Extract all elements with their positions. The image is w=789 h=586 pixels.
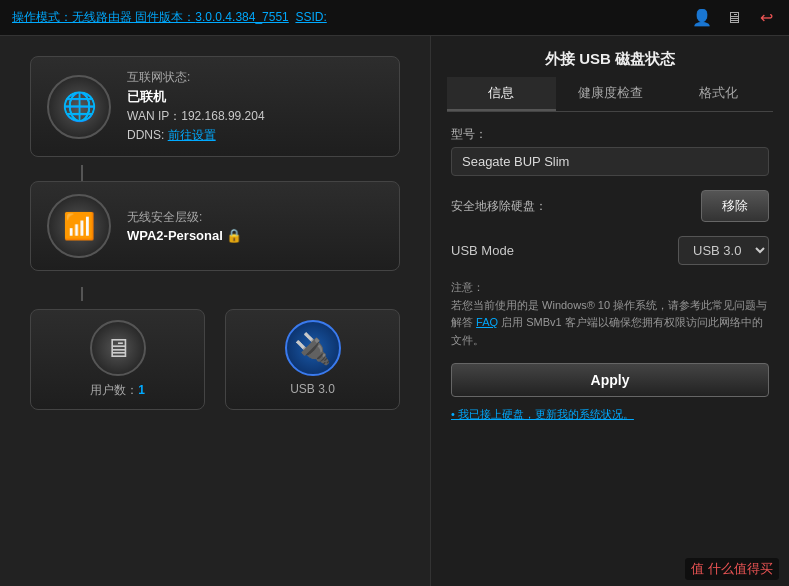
tab-format[interactable]: 格式化 <box>664 77 773 111</box>
eject-label: 安全地移除硬盘： <box>451 198 547 215</box>
note-label: 注意： <box>451 281 484 293</box>
ddns: DDNS: 前往设置 <box>127 127 383 144</box>
eject-row: 安全地移除硬盘： 移除 <box>451 190 769 222</box>
usb-icon: 🔌 <box>285 320 341 376</box>
usb-mode-label: USB Mode <box>451 243 514 258</box>
mode-label: 操作模式：无线路由器 固件版本： <box>12 10 195 24</box>
wifi-icon: 📶 <box>47 194 111 258</box>
right-panel: 外接 USB 磁盘状态 信息 健康度检查 格式化 型号： Seagate BUP… <box>430 36 789 586</box>
refresh-text: • 我已接上硬盘，更新我的系统状况。 <box>451 407 769 422</box>
usb-node: 🔌 USB 3.0 <box>225 309 400 410</box>
wifi-label: 无线安全层级: <box>127 209 383 226</box>
left-panel: 🌐 互联网状态: 已联机 WAN IP：192.168.99.204 DDNS:… <box>0 36 430 586</box>
model-value: Seagate BUP Slim <box>451 147 769 176</box>
model-label: 型号： <box>451 126 769 143</box>
tab-info[interactable]: 信息 <box>447 77 556 111</box>
top-bar-title: 操作模式：无线路由器 固件版本：3.0.0.4.384_7551 SSID: <box>12 9 691 26</box>
note-text: 注意： 若您当前使用的是 Windows® 10 操作系统，请参考此常见问题与解… <box>451 279 769 349</box>
wifi-info: 无线安全层级: WPA2-Personal 🔒 <box>127 209 383 243</box>
eject-button[interactable]: 移除 <box>701 190 769 222</box>
panel-content: 型号： Seagate BUP Slim 安全地移除硬盘： 移除 USB Mod… <box>431 112 789 586</box>
usb-label: USB 3.0 <box>290 382 335 396</box>
monitor-icon[interactable]: 🖥 <box>723 7 745 29</box>
top-bar: 操作模式：无线路由器 固件版本：3.0.0.4.384_7551 SSID: 👤… <box>0 0 789 36</box>
model-field-group: 型号： Seagate BUP Slim <box>451 126 769 176</box>
internet-node: 🌐 互联网状态: 已联机 WAN IP：192.168.99.204 DDNS:… <box>30 56 400 157</box>
connector-2 <box>81 287 83 301</box>
watermark: 值 什么值得买 <box>685 558 779 580</box>
usb-mode-select[interactable]: USB 3.0 USB 2.0 <box>678 236 769 265</box>
users-label: 用户数：1 <box>90 382 145 399</box>
tabs: 信息 健康度检查 格式化 <box>447 77 773 112</box>
computer-icon: 🖥 <box>90 320 146 376</box>
faq-link[interactable]: FAQ <box>476 316 498 328</box>
ddns-link[interactable]: 前往设置 <box>168 128 216 142</box>
top-bar-icons: 👤 🖥 ↩ <box>691 7 777 29</box>
panel-title: 外接 USB 磁盘状态 <box>431 36 789 77</box>
wifi-node: 📶 无线安全层级: WPA2-Personal 🔒 <box>30 181 400 271</box>
wifi-security: WPA2-Personal 🔒 <box>127 228 383 243</box>
internet-info: 互联网状态: 已联机 WAN IP：192.168.99.204 DDNS: 前… <box>127 69 383 144</box>
user-icon[interactable]: 👤 <box>691 7 713 29</box>
internet-label: 互联网状态: <box>127 69 383 86</box>
main-content: 🌐 互联网状态: 已联机 WAN IP：192.168.99.204 DDNS:… <box>0 36 789 586</box>
tab-health[interactable]: 健康度检查 <box>556 77 665 111</box>
ssid-label: SSID: <box>295 10 326 24</box>
firmware-version: 3.0.0.4.384_7551 <box>195 10 288 24</box>
users-node: 🖥 用户数：1 <box>30 309 205 410</box>
logout-icon[interactable]: ↩ <box>755 7 777 29</box>
usb-mode-row: USB Mode USB 3.0 USB 2.0 <box>451 236 769 265</box>
bottom-nodes: 🖥 用户数：1 🔌 USB 3.0 <box>30 309 400 410</box>
internet-icon: 🌐 <box>47 75 111 139</box>
wan-ip: WAN IP：192.168.99.204 <box>127 108 383 125</box>
refresh-link[interactable]: • 我已接上硬盘，更新我的系统状况。 <box>451 408 634 420</box>
connector-1 <box>81 165 83 181</box>
ddns-label: DDNS: <box>127 128 164 142</box>
user-count: 1 <box>138 383 145 397</box>
apply-button[interactable]: Apply <box>451 363 769 397</box>
internet-status: 已联机 <box>127 88 383 106</box>
